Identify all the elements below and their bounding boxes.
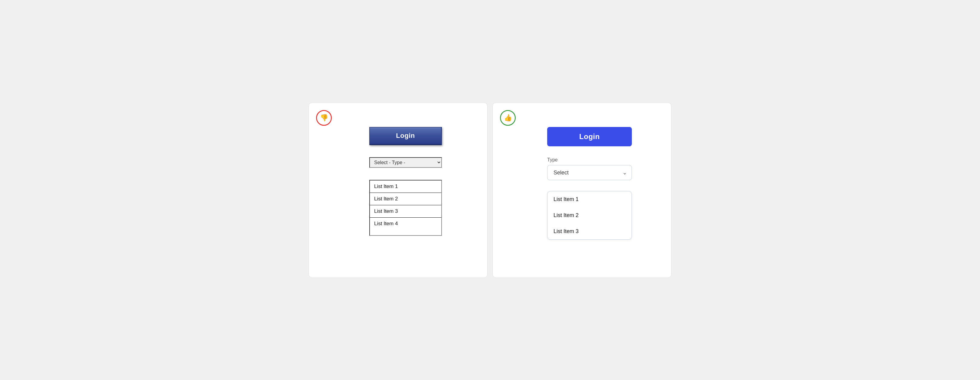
list-item[interactable]: List Item 1 <box>370 180 441 193</box>
bad-panel-content: Login Select - Type - List Item 1 List I… <box>327 115 469 236</box>
listbox-new[interactable]: List Item 1 List Item 2 List Item 3 <box>547 191 632 240</box>
list-item[interactable]: List Item 3 <box>547 223 632 239</box>
type-field-group: Type Select ⌄ <box>547 157 632 180</box>
type-label: Type <box>547 157 632 163</box>
login-button-old[interactable]: Login <box>369 127 442 145</box>
good-badge: 👍 <box>500 110 516 126</box>
thumbs-up-icon: 👍 <box>504 114 512 122</box>
select-new-wrapper: Select ⌄ <box>547 165 632 180</box>
list-item[interactable]: List Item 1 <box>547 191 632 207</box>
list-item[interactable]: List Item 4 <box>370 218 441 230</box>
list-item[interactable]: List Item 2 <box>370 193 441 205</box>
good-example-panel: 👍 Login Type Select ⌄ List Item 1 List I… <box>492 102 671 278</box>
listbox-old[interactable]: List Item 1 List Item 2 List Item 3 List… <box>369 180 442 236</box>
select-type-old[interactable]: Select - Type - <box>369 157 442 168</box>
select-type-new[interactable]: Select <box>547 165 632 180</box>
thumbs-down-icon: 👎 <box>320 114 328 122</box>
good-panel-content: Login Type Select ⌄ List Item 1 List Ite… <box>511 115 653 240</box>
bad-badge: 👎 <box>316 110 332 126</box>
login-button-new[interactable]: Login <box>547 127 632 146</box>
list-item[interactable]: List Item 3 <box>370 205 441 218</box>
page-container: 👎 Login Select - Type - List Item 1 List… <box>309 102 671 278</box>
bad-example-panel: 👎 Login Select - Type - List Item 1 List… <box>309 102 488 278</box>
list-item[interactable]: List Item 2 <box>547 207 632 223</box>
